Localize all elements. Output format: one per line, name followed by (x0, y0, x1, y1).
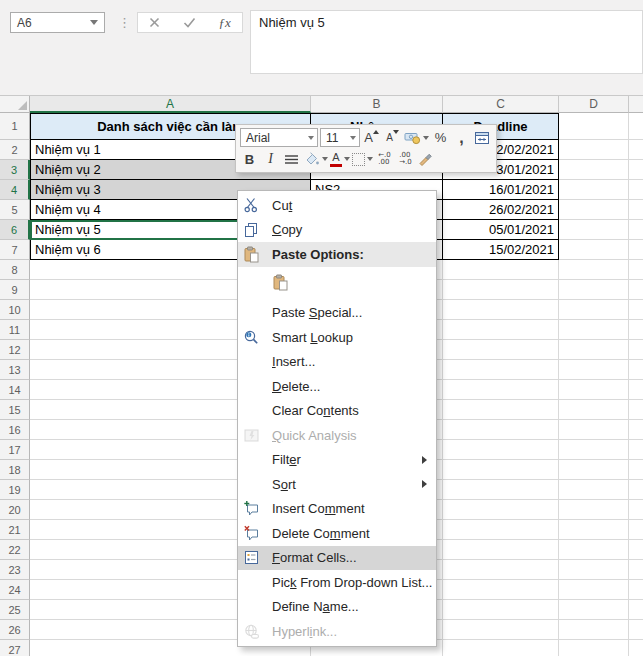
cell-x45[interactable] (629, 200, 643, 220)
row-header-22[interactable]: 22 (0, 540, 30, 560)
decrease-decimal-button[interactable]: .00 →.0 (396, 149, 415, 169)
cell-C25[interactable] (443, 600, 559, 620)
row-header-1[interactable]: 1 (0, 113, 30, 140)
cell-D25[interactable] (559, 600, 629, 620)
cell-D7[interactable] (559, 240, 629, 260)
insert-function-icon[interactable]: ƒx (218, 15, 230, 31)
font-color-button[interactable]: A (330, 149, 350, 169)
menu-item-clear-contents[interactable]: Clear Contents (238, 399, 436, 424)
cell-D13[interactable] (559, 360, 629, 380)
row-header-5[interactable]: 5 (0, 200, 30, 220)
cell-x414[interactable] (629, 380, 643, 400)
cell-x415[interactable] (629, 400, 643, 420)
cell-C21[interactable] (443, 520, 559, 540)
cell-x42[interactable] (629, 140, 643, 160)
cell-D9[interactable] (559, 280, 629, 300)
menu-item-define-name[interactable]: Define Name... (238, 595, 436, 620)
row-header-26[interactable]: 26 (0, 620, 30, 640)
row-header-16[interactable]: 16 (0, 420, 30, 440)
cell-x425[interactable] (629, 600, 643, 620)
borders-button[interactable] (352, 149, 373, 169)
formula-bar-input[interactable]: Nhiệm vụ 5 (250, 10, 643, 74)
cell-C17[interactable] (443, 440, 559, 460)
cell-D3[interactable] (559, 160, 629, 180)
cell-C12[interactable] (443, 340, 559, 360)
row-header-21[interactable]: 21 (0, 520, 30, 540)
column-width-button[interactable] (473, 128, 492, 148)
column-header-B[interactable]: B (311, 96, 443, 113)
cell-C15[interactable] (443, 400, 559, 420)
grow-font-button[interactable]: A (362, 128, 381, 148)
cell-D19[interactable] (559, 480, 629, 500)
row-header-4[interactable]: 4 (0, 180, 30, 200)
cell-x44[interactable] (629, 180, 643, 200)
italic-button[interactable]: I (261, 149, 280, 169)
menu-item-paste-special[interactable]: Paste Special... (238, 301, 436, 326)
row-header-14[interactable]: 14 (0, 380, 30, 400)
cell-D6[interactable] (559, 220, 629, 240)
cell-D14[interactable] (559, 380, 629, 400)
cancel-icon[interactable] (149, 17, 160, 28)
row-header-15[interactable]: 15 (0, 400, 30, 420)
row-header-24[interactable]: 24 (0, 580, 30, 600)
center-align-button[interactable] (282, 149, 301, 169)
name-box[interactable]: A6 (10, 12, 105, 33)
cell-D1[interactable] (559, 113, 629, 140)
row-header-27[interactable]: 27 (0, 640, 30, 656)
menu-item-smart-lookup[interactable]: Smart Lookup (238, 325, 436, 350)
menu-item-pick-from-list[interactable]: Pick From Drop-down List... (238, 570, 436, 595)
cell-C5[interactable]: 26/02/2021 (443, 200, 559, 220)
row-header-12[interactable]: 12 (0, 340, 30, 360)
cell-D16[interactable] (559, 420, 629, 440)
cell-D8[interactable] (559, 260, 629, 280)
cell-C19[interactable] (443, 480, 559, 500)
paste-option-keep-formatting-icon[interactable] (272, 274, 289, 294)
cell-C7[interactable]: 15/02/2021 (443, 240, 559, 260)
cell-x420[interactable] (629, 500, 643, 520)
row-header-17[interactable]: 17 (0, 440, 30, 460)
cell-x419[interactable] (629, 480, 643, 500)
cell-x413[interactable] (629, 360, 643, 380)
menu-item-cut[interactable]: Cut (238, 193, 436, 218)
percent-style-button[interactable]: % (431, 128, 450, 148)
menu-item-sort[interactable]: Sort (238, 472, 436, 497)
row-header-11[interactable]: 11 (0, 320, 30, 340)
increase-decimal-button[interactable]: ←.0 .00 (375, 149, 394, 169)
menu-item-insert[interactable]: Insert... (238, 350, 436, 375)
cell-C26[interactable] (443, 620, 559, 640)
cell-C20[interactable] (443, 500, 559, 520)
cell-x417[interactable] (629, 440, 643, 460)
format-painter-button[interactable] (417, 149, 436, 169)
menu-item-paste-button[interactable] (238, 267, 436, 301)
row-header-20[interactable]: 20 (0, 500, 30, 520)
row-header-19[interactable]: 19 (0, 480, 30, 500)
cell-C10[interactable] (443, 300, 559, 320)
cell-C14[interactable] (443, 380, 559, 400)
row-header-10[interactable]: 10 (0, 300, 30, 320)
row-header-2[interactable]: 2 (0, 140, 30, 160)
column-header-A[interactable]: A (30, 96, 311, 113)
cell-C9[interactable] (443, 280, 559, 300)
column-header-D[interactable]: D (559, 96, 629, 113)
enter-check-icon[interactable] (183, 17, 196, 28)
cell-x416[interactable] (629, 420, 643, 440)
comma-style-button[interactable]: , (452, 128, 471, 148)
cell-x41[interactable] (629, 113, 643, 140)
cell-x46[interactable] (629, 220, 643, 240)
menu-item-format-cells[interactable]: Format Cells... (238, 546, 436, 571)
cell-x422[interactable] (629, 540, 643, 560)
cell-C4[interactable]: 16/01/2021 (443, 180, 559, 200)
cell-D12[interactable] (559, 340, 629, 360)
accounting-format-button[interactable] (404, 128, 429, 148)
font-name-combo[interactable]: Arial (240, 128, 318, 147)
cell-D24[interactable] (559, 580, 629, 600)
cell-C11[interactable] (443, 320, 559, 340)
cell-C8[interactable] (443, 260, 559, 280)
cell-D11[interactable] (559, 320, 629, 340)
cell-x43[interactable] (629, 160, 643, 180)
cell-C16[interactable] (443, 420, 559, 440)
row-header-8[interactable]: 8 (0, 260, 30, 280)
cell-C13[interactable] (443, 360, 559, 380)
cell-x421[interactable] (629, 520, 643, 540)
shrink-font-button[interactable]: A (383, 128, 402, 148)
